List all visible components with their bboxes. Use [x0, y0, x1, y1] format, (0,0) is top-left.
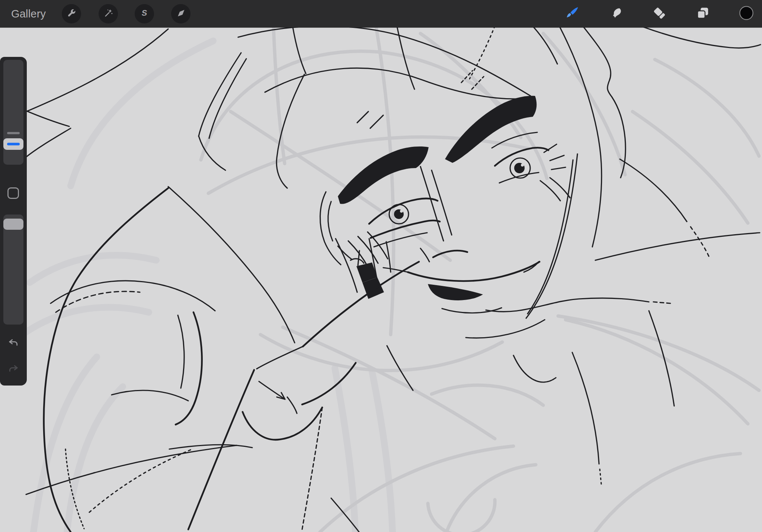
magic-wand-icon	[103, 8, 113, 20]
opacity-handle[interactable]	[3, 219, 23, 230]
modify-button[interactable]	[7, 187, 19, 199]
undo-icon	[8, 337, 19, 350]
selection-button[interactable]: S	[135, 4, 154, 23]
toolbar: Gallery S	[0, 0, 762, 28]
adjustments-button[interactable]	[99, 4, 118, 23]
gallery-button[interactable]: Gallery	[0, 8, 57, 20]
brush-size-accent-dash	[7, 143, 20, 145]
arrow-cursor-icon	[176, 8, 186, 20]
color-swatch-circle	[739, 6, 754, 22]
procreate-app: Gallery S	[0, 0, 762, 532]
drawing-canvas[interactable]	[0, 28, 762, 532]
redo-button[interactable]	[6, 362, 21, 377]
redo-icon	[8, 363, 19, 376]
layers-icon	[695, 6, 710, 22]
smudge-icon	[608, 6, 623, 22]
layers-button[interactable]	[694, 5, 712, 23]
color-swatch-button[interactable]	[737, 5, 755, 23]
opacity-slider[interactable]	[3, 215, 23, 325]
erase-tool-button[interactable]	[650, 5, 668, 23]
brush-icon	[565, 6, 580, 22]
eraser-icon	[652, 6, 667, 22]
smudge-tool-button[interactable]	[607, 5, 625, 23]
svg-text:S: S	[141, 9, 148, 17]
transform-button[interactable]	[171, 4, 190, 23]
sidebar	[0, 57, 27, 386]
brush-size-handle[interactable]	[3, 138, 23, 150]
sketch-underlay	[22, 28, 759, 532]
brush-size-memory-mark	[7, 132, 20, 134]
undo-button[interactable]	[6, 336, 21, 351]
actions-button[interactable]	[62, 4, 81, 23]
wrench-icon	[67, 8, 77, 20]
selection-s-icon: S	[140, 8, 150, 20]
paint-tool-button[interactable]	[563, 5, 581, 23]
